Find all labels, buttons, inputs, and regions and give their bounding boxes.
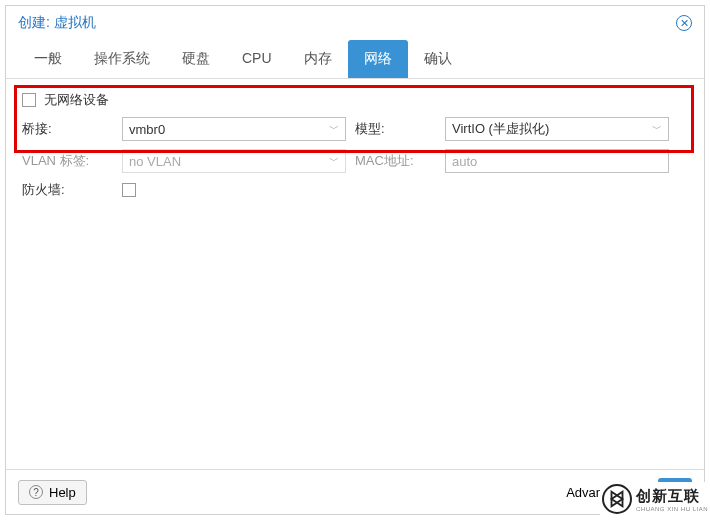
vlan-mac-row: VLAN 标签: no VLAN ﹀ MAC地址: auto	[22, 149, 688, 173]
close-icon[interactable]: ✕	[676, 15, 692, 31]
watermark-cn: 创新互联	[636, 487, 708, 506]
tabs: 一般 操作系统 硬盘 CPU 内存 网络 确认	[6, 40, 704, 79]
bridge-model-row: 桥接: vmbr0 ﹀ 模型: VirtIO (半虚拟化) ﹀	[22, 117, 688, 141]
chevron-down-icon: ﹀	[329, 154, 339, 168]
firewall-row: 防火墙:	[22, 181, 688, 199]
help-button[interactable]: ? Help	[18, 480, 87, 505]
model-label: 模型:	[355, 120, 445, 138]
no-network-checkbox[interactable]	[22, 93, 36, 107]
watermark-en: CHUANG XIN HU LIAN	[636, 506, 708, 512]
dialog-title: 创建: 虚拟机	[18, 14, 96, 32]
chevron-down-icon: ﹀	[652, 122, 662, 136]
firewall-label: 防火墙:	[22, 181, 122, 199]
watermark-logo-icon	[602, 484, 632, 514]
mac-field[interactable]: auto	[445, 149, 669, 173]
tab-os[interactable]: 操作系统	[78, 40, 166, 78]
vlan-value: no VLAN	[129, 154, 181, 169]
help-icon: ?	[29, 485, 43, 499]
bridge-value: vmbr0	[129, 122, 165, 137]
watermark: 创新互联 CHUANG XIN HU LIAN	[600, 482, 710, 516]
tab-confirm[interactable]: 确认	[408, 40, 468, 78]
no-network-row: 无网络设备	[22, 91, 688, 109]
tab-network[interactable]: 网络	[348, 40, 408, 78]
model-dropdown[interactable]: VirtIO (半虚拟化) ﹀	[445, 117, 669, 141]
tab-memory[interactable]: 内存	[288, 40, 348, 78]
help-label: Help	[49, 485, 76, 500]
bridge-label: 桥接:	[22, 120, 122, 138]
bridge-dropdown[interactable]: vmbr0 ﹀	[122, 117, 346, 141]
tab-general[interactable]: 一般	[18, 40, 78, 78]
tab-cpu[interactable]: CPU	[226, 40, 288, 78]
vlan-label: VLAN 标签:	[22, 152, 122, 170]
mac-label: MAC地址:	[355, 152, 445, 170]
model-value: VirtIO (半虚拟化)	[452, 120, 549, 138]
no-network-label: 无网络设备	[44, 91, 109, 109]
vlan-dropdown[interactable]: no VLAN ﹀	[122, 149, 346, 173]
title-bar: 创建: 虚拟机 ✕	[6, 6, 704, 40]
create-vm-dialog: 创建: 虚拟机 ✕ 一般 操作系统 硬盘 CPU 内存 网络 确认 无网络设备 …	[5, 5, 705, 515]
tab-hdd[interactable]: 硬盘	[166, 40, 226, 78]
firewall-checkbox[interactable]	[122, 183, 136, 197]
chevron-down-icon: ﹀	[329, 122, 339, 136]
form-content: 无网络设备 桥接: vmbr0 ﹀ 模型: VirtIO (半虚拟化) ﹀ VL…	[6, 79, 704, 469]
mac-value: auto	[452, 154, 477, 169]
